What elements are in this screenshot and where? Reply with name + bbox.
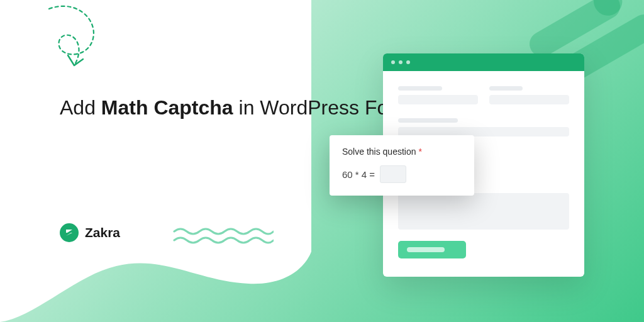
submit-button[interactable] [398,241,466,258]
form-field [398,86,478,104]
captcha-label: Solve this question * [342,147,462,157]
headline-bold: Math Captcha [101,96,233,119]
captcha-expression-row: 60 * 4 = [342,165,462,183]
form-mockup-window: Solve this question * 60 * 4 = [383,53,584,277]
form-textarea [398,193,569,230]
form-field [398,118,569,136]
logo-mark-icon [60,223,79,242]
page-title: Add Math Captcha in WordPress Forms [60,93,422,122]
captcha-expression: 60 * 4 = [342,169,375,180]
headline-pre: Add [60,96,101,119]
required-mark: * [418,147,421,157]
window-titlebar [383,53,584,71]
form-field [489,86,569,104]
wavy-decoration-icon [173,226,274,245]
window-dot-icon [399,60,402,64]
window-dot-icon [406,60,410,64]
brand-logo: Zakra [60,223,120,242]
captcha-card: Solve this question * 60 * 4 = [330,135,474,196]
curved-arrow-icon [38,4,126,79]
window-dot-icon [391,60,395,64]
captcha-answer-input[interactable] [380,165,406,183]
logo-text: Zakra [85,225,120,240]
